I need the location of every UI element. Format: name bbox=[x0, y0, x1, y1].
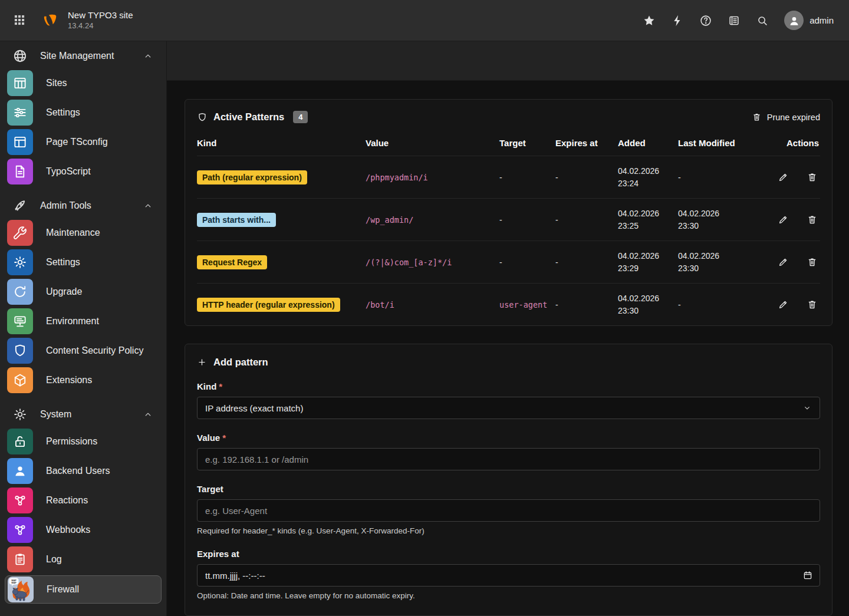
sidebar-item-settings[interactable]: Settings bbox=[0, 98, 166, 127]
chevron-down-icon bbox=[802, 403, 812, 413]
typo3-logo-icon[interactable] bbox=[41, 11, 59, 29]
target-input[interactable] bbox=[197, 499, 820, 522]
sidebar-item-label: Sites bbox=[46, 78, 67, 88]
expires-label: Expires at bbox=[197, 549, 820, 559]
column-header-added: Added bbox=[618, 138, 678, 148]
sidebar-item-label: Reactions bbox=[46, 495, 88, 506]
value-label: Value* bbox=[197, 433, 820, 443]
username: admin bbox=[809, 15, 834, 25]
trash-icon bbox=[807, 218, 818, 227]
cube-icon bbox=[7, 367, 33, 393]
pattern-value: /bot/i bbox=[366, 300, 394, 309]
apps-grid-icon[interactable] bbox=[13, 14, 26, 27]
gear-o-icon bbox=[12, 407, 28, 422]
rocket-icon bbox=[12, 198, 28, 213]
site-title[interactable]: New TYPO3 site 13.4.24 bbox=[68, 9, 133, 31]
section-label: System bbox=[40, 409, 143, 420]
expires-input[interactable] bbox=[197, 564, 820, 587]
sidebar-section-admin-tools[interactable]: Admin Tools bbox=[0, 193, 166, 218]
pattern-expires: - bbox=[555, 258, 618, 267]
sidebar-item-webhooks[interactable]: Webhooks bbox=[0, 515, 166, 545]
sidebar-item-label: Extensions bbox=[46, 375, 92, 386]
sidebar-item-firewall[interactable]: WAFWAFFirewall bbox=[5, 575, 162, 604]
sidebar-item-log[interactable]: Log bbox=[0, 545, 166, 574]
bookmark-star-icon[interactable] bbox=[643, 14, 656, 27]
clear-cache-bolt-icon[interactable] bbox=[671, 14, 684, 27]
sidebar-item-permissions[interactable]: Permissions bbox=[0, 427, 166, 456]
sidebar-item-typoscript[interactable]: TypoScript bbox=[0, 157, 166, 186]
trash-icon bbox=[752, 112, 762, 122]
column-header-value: Value bbox=[366, 138, 499, 148]
kind-select-value: IP address (exact match) bbox=[205, 403, 303, 413]
shield-icon bbox=[197, 112, 208, 123]
sidebar-section-site-management[interactable]: Site Management bbox=[0, 44, 166, 68]
form-heading: Add pattern bbox=[213, 357, 268, 368]
gear-icon bbox=[7, 249, 33, 275]
wrench-icon bbox=[7, 220, 33, 246]
delete-button[interactable] bbox=[807, 172, 818, 183]
page-layout-icon bbox=[7, 129, 33, 155]
sidebar-item-label: Settings bbox=[46, 257, 80, 268]
sidebar-item-label: Maintenance bbox=[46, 228, 100, 238]
kind-select[interactable]: IP address (exact match) bbox=[197, 397, 820, 419]
sidebar-item-settings[interactable]: Settings bbox=[0, 248, 166, 277]
pattern-modified: - bbox=[678, 300, 775, 309]
search-icon[interactable] bbox=[756, 14, 769, 27]
sidebar-item-backend-users[interactable]: Backend Users bbox=[0, 456, 166, 486]
trash-icon bbox=[807, 261, 818, 269]
typo3-backend: New TYPO3 site 13.4.24 admin Site Manage… bbox=[0, 0, 849, 616]
sidebar-item-environment[interactable]: Environment bbox=[0, 307, 166, 336]
sidebar-item-label: Page TSconfig bbox=[46, 137, 108, 147]
sidebar-item-extensions[interactable]: Extensions bbox=[0, 365, 166, 395]
sidebar-item-label: Permissions bbox=[46, 436, 97, 447]
sidebar-section-system[interactable]: System bbox=[0, 402, 166, 427]
clipboard-icon bbox=[7, 546, 33, 572]
user-menu[interactable]: admin bbox=[784, 11, 834, 30]
trash-icon bbox=[807, 303, 818, 312]
edit-button[interactable] bbox=[778, 299, 789, 310]
pattern-expires: - bbox=[555, 173, 618, 182]
sidebar-item-content-security-policy[interactable]: Content Security Policy bbox=[0, 336, 166, 365]
sidebar-item-label: Log bbox=[46, 554, 62, 565]
edit-button[interactable] bbox=[778, 214, 789, 225]
pattern-added: 04.02.202623:30 bbox=[618, 292, 678, 317]
sidebar-item-upgrade[interactable]: Upgrade bbox=[0, 277, 166, 307]
pattern-row: Request Regex/(?|&)com_[a-z]*/i--04.02.2… bbox=[197, 241, 820, 283]
opendocs-icon[interactable] bbox=[728, 14, 741, 27]
calendar-icon[interactable] bbox=[802, 570, 813, 581]
trash-icon bbox=[807, 176, 818, 185]
active-patterns-panel: Active Patterns 4 Prune expired KindValu… bbox=[185, 99, 832, 326]
section-label: Site Management bbox=[40, 51, 143, 61]
prune-expired-button[interactable]: Prune expired bbox=[752, 112, 820, 122]
pencil-icon bbox=[778, 261, 789, 269]
lock-icon bbox=[7, 429, 33, 454]
hub-icon bbox=[7, 517, 33, 543]
pattern-value: /wp_admin/ bbox=[366, 215, 413, 225]
target-label: Target bbox=[197, 484, 820, 494]
edit-button[interactable] bbox=[778, 256, 789, 268]
kind-badge: HTTP header (regular expression) bbox=[197, 298, 340, 312]
sidebar-item-page-tsconfig[interactable]: Page TSconfig bbox=[0, 127, 166, 157]
sidebar-item-maintenance[interactable]: Maintenance bbox=[0, 218, 166, 248]
module-content: Active Patterns 4 Prune expired KindValu… bbox=[167, 41, 849, 616]
delete-button[interactable] bbox=[807, 256, 818, 268]
kind-label: Kind* bbox=[197, 381, 820, 391]
delete-button[interactable] bbox=[807, 299, 818, 310]
pattern-modified: - bbox=[678, 173, 775, 182]
pattern-row: Path (regular expression)/phpmyadmin/i--… bbox=[197, 156, 820, 198]
sidebar-item-reactions[interactable]: Reactions bbox=[0, 486, 166, 515]
value-input[interactable] bbox=[197, 448, 820, 470]
expires-help: Optional: Date and time. Leave empty for… bbox=[197, 591, 820, 600]
docheader bbox=[167, 41, 849, 81]
required-marker: * bbox=[222, 433, 226, 443]
pattern-added: 04.02.202623:24 bbox=[618, 165, 678, 190]
help-icon[interactable] bbox=[699, 14, 712, 27]
table-header-row: KindValueTargetExpires atAddedLast Modif… bbox=[197, 129, 820, 156]
globe-icon bbox=[12, 48, 28, 64]
pattern-target: - bbox=[499, 215, 555, 225]
plus-icon bbox=[197, 357, 207, 367]
edit-button[interactable] bbox=[778, 172, 789, 183]
sidebar-item-sites[interactable]: Sites bbox=[0, 68, 166, 98]
delete-button[interactable] bbox=[807, 214, 818, 225]
column-header-target: Target bbox=[499, 138, 555, 148]
